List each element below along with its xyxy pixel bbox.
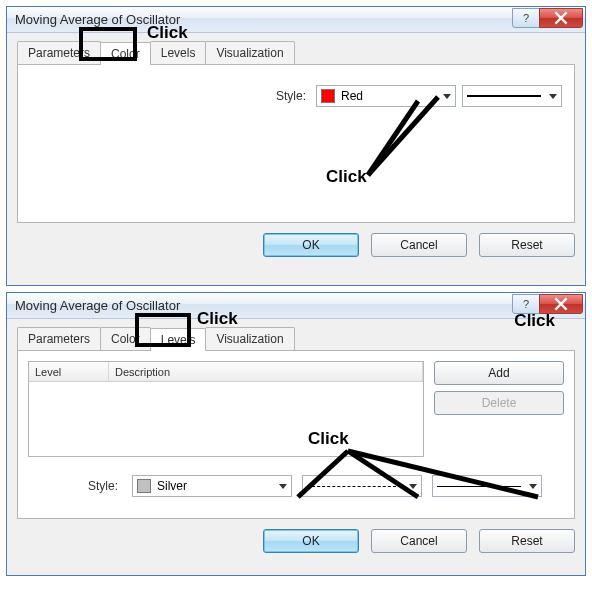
close-button[interactable]	[539, 8, 583, 28]
tab-panel-levels: Level Description Add Delete Style: Silv…	[17, 351, 575, 519]
line-style-combo[interactable]	[462, 85, 562, 107]
ok-button[interactable]: OK	[263, 233, 359, 257]
tab-levels[interactable]: Levels	[150, 328, 207, 351]
chevron-down-icon	[529, 484, 537, 489]
line-sample-icon	[467, 95, 541, 97]
cancel-button[interactable]: Cancel	[371, 233, 467, 257]
tab-parameters[interactable]: Parameters	[17, 327, 101, 350]
reset-button[interactable]: Reset	[479, 529, 575, 553]
tab-bar: Parameters Color Levels Visualization	[17, 41, 575, 65]
line-dashed-icon	[307, 486, 401, 487]
close-icon	[554, 11, 568, 25]
button-row: OK Cancel Reset	[17, 529, 575, 553]
line-width-combo[interactable]	[432, 475, 542, 497]
help-icon: ?	[523, 298, 529, 310]
chevron-down-icon	[549, 94, 557, 99]
tab-bar: Parameters Color Levels Visualization	[17, 327, 575, 351]
help-button[interactable]: ?	[512, 8, 540, 28]
dialog-levels: Moving Average of Oscillator ? Parameter…	[6, 292, 586, 576]
title-text: Moving Average of Oscillator	[15, 12, 180, 27]
add-button[interactable]: Add	[434, 361, 564, 385]
help-icon: ?	[523, 12, 529, 24]
color-name: Silver	[157, 479, 187, 493]
col-description[interactable]: Description	[109, 362, 423, 381]
titlebar: Moving Average of Oscillator ?	[7, 7, 585, 33]
color-swatch-icon	[137, 479, 151, 493]
color-name: Red	[341, 89, 363, 103]
tab-panel-color: Style: Red Click	[17, 65, 575, 223]
svg-line-1	[368, 101, 418, 175]
ok-button[interactable]: OK	[263, 529, 359, 553]
tab-colors[interactable]: Color	[100, 42, 151, 65]
color-combo[interactable]: Silver	[132, 475, 292, 497]
col-level[interactable]: Level	[29, 362, 109, 381]
annotation-click-combo: Click	[326, 167, 367, 187]
chevron-down-icon	[443, 94, 451, 99]
line-dash-combo[interactable]	[302, 475, 422, 497]
title-text: Moving Average of Oscillator	[15, 298, 180, 313]
tab-levels[interactable]: Levels	[150, 41, 207, 64]
list-header: Level Description	[29, 362, 423, 382]
button-row: OK Cancel Reset	[17, 233, 575, 257]
close-button[interactable]	[539, 294, 583, 314]
tab-visualization[interactable]: Visualization	[205, 41, 294, 64]
close-icon	[554, 297, 568, 311]
color-combo[interactable]: Red	[316, 85, 456, 107]
cancel-button[interactable]: Cancel	[371, 529, 467, 553]
dialog-color: Moving Average of Oscillator ? Parameter…	[6, 6, 586, 286]
reset-button[interactable]: Reset	[479, 233, 575, 257]
tab-parameters[interactable]: Parameters	[17, 41, 101, 64]
tab-visualization[interactable]: Visualization	[205, 327, 294, 350]
delete-button: Delete	[434, 391, 564, 415]
line-thin-icon	[437, 486, 521, 487]
tab-colors[interactable]: Color	[100, 327, 151, 350]
style-label: Style:	[276, 89, 306, 103]
chevron-down-icon	[279, 484, 287, 489]
chevron-down-icon	[409, 484, 417, 489]
color-swatch-icon	[321, 89, 335, 103]
svg-line-0	[368, 97, 438, 175]
style-label: Style:	[88, 479, 118, 493]
titlebar: Moving Average of Oscillator ?	[7, 293, 585, 319]
help-button[interactable]: ?	[512, 294, 540, 314]
levels-list[interactable]: Level Description	[28, 361, 424, 457]
